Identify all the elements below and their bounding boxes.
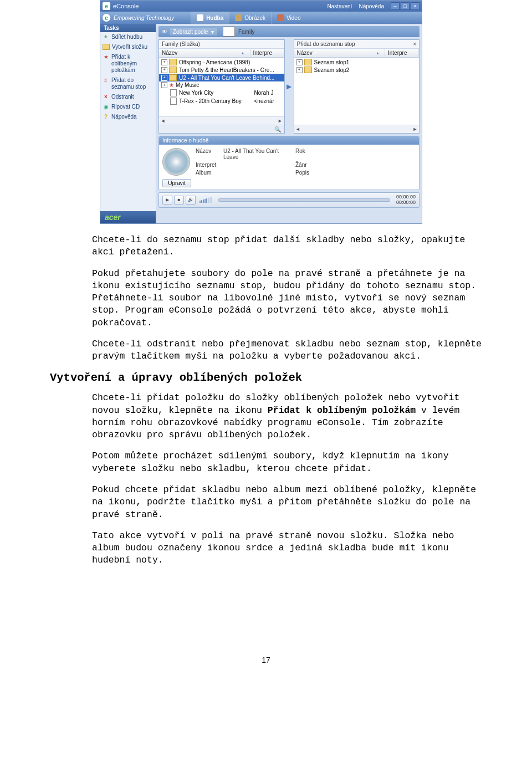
- tree-row[interactable]: +Seznam stop2: [294, 66, 420, 74]
- sidebar-item-label: Sdílet hudbu: [111, 34, 142, 40]
- sidebar-item-rip[interactable]: ◉Ripovat CD: [100, 102, 156, 112]
- folder-icon: [304, 59, 312, 65]
- tab-video[interactable]: Video: [271, 12, 306, 24]
- scroll-right-icon[interactable]: ►: [277, 118, 284, 124]
- eye-icon: 👁: [162, 29, 167, 35]
- minimize-button[interactable]: –: [391, 2, 400, 10]
- tab-music[interactable]: Hudba: [191, 12, 229, 24]
- menu-help[interactable]: Nápověda: [359, 3, 384, 9]
- brand-text: Empowering Technology: [114, 15, 174, 21]
- expand-icon[interactable]: +: [161, 67, 167, 73]
- file-icon: [170, 98, 177, 105]
- volume-slider[interactable]: [200, 197, 212, 203]
- thumbnail-icon: [223, 27, 235, 37]
- tab-image-label: Obrázek: [244, 15, 265, 21]
- right-tree: +Seznam stop1 +Seznam stop2: [294, 58, 420, 125]
- paragraph: Pokud chcete přidat skladbu nebo album m…: [92, 484, 482, 521]
- cd-icon: ◉: [103, 104, 109, 110]
- left-pane-title: Family (Složka): [159, 40, 284, 49]
- scrollbar-h[interactable]: ◄►: [159, 116, 284, 125]
- tree-row[interactable]: +Seznam stop1: [294, 58, 420, 66]
- paragraph: Pokud přetahujete soubory do pole na pra…: [92, 268, 482, 329]
- tree-row-selected[interactable]: +U2 - All That You Can't Leave Behind...: [159, 74, 284, 81]
- col-artist[interactable]: Interpre: [385, 49, 419, 57]
- expand-icon[interactable]: +: [161, 59, 167, 65]
- star-icon: ★: [103, 54, 109, 60]
- scroll-left-icon[interactable]: ◄: [294, 126, 302, 132]
- right-columns: Název▲ Interpre: [294, 49, 420, 58]
- family-label: Family: [238, 29, 254, 35]
- app-icon: e: [103, 2, 110, 10]
- page-number: 17: [50, 656, 482, 665]
- col-artist[interactable]: Interpre: [250, 49, 284, 57]
- tree-row[interactable]: New York CityNorah J: [159, 89, 284, 97]
- expand-icon[interactable]: +: [296, 67, 303, 73]
- stop-button[interactable]: ■: [174, 196, 184, 205]
- search-bar[interactable]: 🔍: [159, 125, 284, 133]
- tree-row[interactable]: +Offspring - Americana (1998): [159, 58, 284, 66]
- left-tree: +Offspring - Americana (1998) +Tom Petty…: [159, 58, 284, 116]
- brand-icon: e: [103, 14, 110, 22]
- progress-bar[interactable]: [218, 198, 390, 202]
- sidebar-item-delete[interactable]: ×Odstranit: [100, 92, 156, 102]
- x-icon: ×: [103, 94, 109, 100]
- plus-icon: +: [103, 34, 109, 40]
- volume-button[interactable]: 🔊: [186, 196, 196, 205]
- sidebar-item-favorite[interactable]: ★Přidat k oblíbeným položkám: [100, 52, 156, 75]
- menu-settings[interactable]: Nastavení: [327, 3, 352, 9]
- sidebar: Tasks +Sdílet hudbu Vytvořit složku ★Při…: [100, 24, 156, 223]
- scroll-left-icon[interactable]: ◄: [159, 118, 167, 124]
- paragraph: Chcete-li přidat položku do složky oblíb…: [92, 392, 482, 441]
- tab-video-label: Video: [287, 15, 300, 21]
- info-year-label: Rok: [295, 148, 318, 160]
- add-arrow-button[interactable]: ▶: [286, 39, 293, 134]
- paragraph: Chcete-li odstranit nebo přejmenovat skl…: [92, 338, 482, 363]
- maximize-button[interactable]: □: [401, 2, 410, 10]
- cd-icon: [162, 148, 190, 176]
- music-icon: [197, 14, 203, 21]
- viewby-dropdown[interactable]: Zobrazit podle ▾: [170, 28, 217, 35]
- acer-logo: acer: [100, 211, 156, 223]
- scroll-right-icon[interactable]: ►: [411, 126, 419, 132]
- paragraph: Potom můžete procházet sdílenými soubory…: [92, 450, 482, 475]
- scrollbar-h[interactable]: ◄►: [294, 125, 420, 133]
- expand-icon[interactable]: +: [296, 59, 303, 65]
- folder-icon: [304, 67, 312, 73]
- sidebar-item-new-folder[interactable]: Vytvořit složku: [100, 42, 156, 52]
- edit-button[interactable]: Upravit: [162, 179, 191, 187]
- tree-row[interactable]: +★My Music: [159, 81, 284, 89]
- player-bar: ▶ ■ 🔊 00:00:00 00:00:00: [158, 192, 420, 208]
- info-header: Informace o hudbě: [159, 136, 419, 145]
- col-name[interactable]: Název▲: [159, 49, 250, 57]
- col-name[interactable]: Název▲: [294, 49, 386, 57]
- play-button[interactable]: ▶: [162, 196, 172, 205]
- info-name-label: Název: [196, 148, 223, 160]
- info-album-value: [223, 170, 295, 176]
- close-button[interactable]: ×: [411, 2, 420, 10]
- window-title: eConsole: [113, 3, 139, 9]
- list-icon: ≡: [103, 77, 109, 84]
- tasks-header: Tasks: [100, 24, 156, 32]
- tab-image[interactable]: Obrázek: [229, 12, 271, 24]
- tree-row[interactable]: +Tom Petty & the HeartBreakers - Gre...: [159, 66, 284, 74]
- sidebar-item-help[interactable]: ?Nápověda: [100, 112, 156, 122]
- sidebar-item-label: Vytvořit složku: [112, 44, 147, 50]
- left-columns: Název▲ Interpre: [159, 49, 284, 58]
- sidebar-item-label: Ripovat CD: [111, 104, 140, 110]
- expand-icon[interactable]: +: [161, 82, 167, 88]
- sidebar-item-label: Odstranit: [111, 94, 134, 100]
- tree-row[interactable]: T-Rex - 20th Century Boy<neznár: [159, 97, 284, 105]
- sidebar-item-label: Nápověda: [111, 114, 137, 120]
- close-icon[interactable]: ×: [413, 41, 416, 47]
- expand-icon[interactable]: +: [161, 75, 167, 81]
- search-icon: 🔍: [274, 126, 281, 132]
- folder-icon: [169, 59, 177, 65]
- paragraph: Chcete-li do seznamu stop přidat další s…: [92, 234, 482, 259]
- info-genre-label: Žánr: [295, 162, 318, 168]
- info-panel: Informace o hudbě Název U2 - All That Yo…: [158, 136, 420, 190]
- econsole-window: e eConsole Nastavení Nápověda – □ × e Em…: [100, 0, 422, 224]
- info-artist-label: Interpret: [196, 162, 223, 168]
- help-icon: ?: [103, 114, 109, 120]
- sidebar-item-share[interactable]: +Sdílet hudbu: [100, 32, 156, 42]
- sidebar-item-playlist[interactable]: ≡Přidat do seznamu stop: [100, 75, 156, 92]
